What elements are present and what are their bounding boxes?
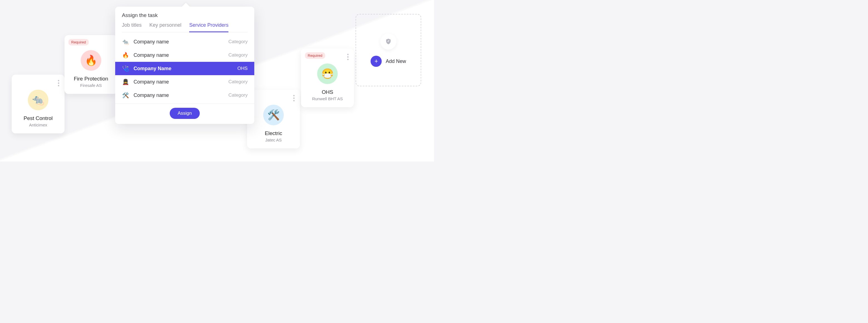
card-title: Pest Control <box>24 115 53 121</box>
shield-check-icon <box>380 33 397 50</box>
service-card-electric[interactable]: 🛠️ Electric Jatec AS <box>247 90 300 148</box>
provider-row[interactable]: 💂 Company name Category <box>115 75 254 89</box>
card-title: OHS <box>321 89 333 95</box>
provider-name: Company Name <box>133 66 233 71</box>
card-subtitle: Anticimex <box>29 122 47 127</box>
add-new-row[interactable]: + Add New <box>371 56 406 67</box>
tab-service-providers[interactable]: Service Providers <box>189 22 228 32</box>
add-new-label: Add New <box>385 58 406 64</box>
rat-icon: 🐀 <box>28 90 49 110</box>
service-card-ohs[interactable]: Required 😷 OHS Runwell BHT AS <box>301 49 354 107</box>
tab-key-personnel[interactable]: Key personnel <box>149 22 181 32</box>
card-subtitle: Jatec AS <box>265 138 282 142</box>
plus-icon[interactable]: + <box>371 56 382 67</box>
required-badge: Required <box>68 39 89 46</box>
assign-button[interactable]: Assign <box>170 108 199 119</box>
provider-category: OHS <box>237 66 248 71</box>
tools-icon: 🛠️ <box>122 92 129 98</box>
more-options-button[interactable] <box>345 53 350 61</box>
rat-icon: 🐀 <box>122 38 129 45</box>
card-subtitle: Firesafe AS <box>80 83 102 88</box>
provider-list: 🐀 Company name Category 🔥 Company name C… <box>115 35 254 102</box>
service-card-fire[interactable]: Required 🔥 Fire Protection Firesafe AS <box>65 35 117 94</box>
guard-icon: 💂 <box>122 79 129 85</box>
assign-task-popover: Assign the task Job titles Key personnel… <box>115 7 254 124</box>
provider-row[interactable]: 🛠️ Company name Category <box>115 89 254 102</box>
tab-job-titles[interactable]: Job titles <box>122 22 142 32</box>
provider-category: Category <box>228 79 248 85</box>
fire-icon: 🔥 <box>122 52 129 58</box>
provider-name: Company name <box>133 92 224 98</box>
required-badge: Required <box>305 52 325 59</box>
fire-icon: 🔥 <box>81 50 101 71</box>
mask-face-icon: 😷 <box>317 63 338 84</box>
service-card-pest[interactable]: 🐀 Pest Control Anticimex <box>12 75 65 134</box>
card-title: Electric <box>265 130 282 137</box>
provider-row-selected[interactable]: 🩺 Company Name OHS <box>115 62 254 75</box>
provider-name: Company name <box>133 52 224 58</box>
more-options-button[interactable] <box>291 94 297 102</box>
provider-category: Category <box>228 52 248 58</box>
provider-row[interactable]: 🐀 Company name Category <box>115 35 254 49</box>
provider-name: Company name <box>133 79 224 85</box>
provider-name: Company name <box>133 39 224 45</box>
provider-category: Category <box>228 39 248 45</box>
tools-icon: 🛠️ <box>263 105 284 125</box>
add-new-card[interactable]: + Add New <box>355 14 421 86</box>
provider-row[interactable]: 🔥 Company name Category <box>115 49 254 62</box>
popover-tabs: Job titles Key personnel Service Provide… <box>122 22 248 32</box>
stethoscope-icon: 🩺 <box>122 65 129 72</box>
card-title: Fire Protection <box>74 76 108 82</box>
more-options-button[interactable] <box>56 79 61 87</box>
provider-category: Category <box>228 92 248 98</box>
popover-title: Assign the task <box>122 12 248 19</box>
card-subtitle: Runwell BHT AS <box>312 96 343 101</box>
